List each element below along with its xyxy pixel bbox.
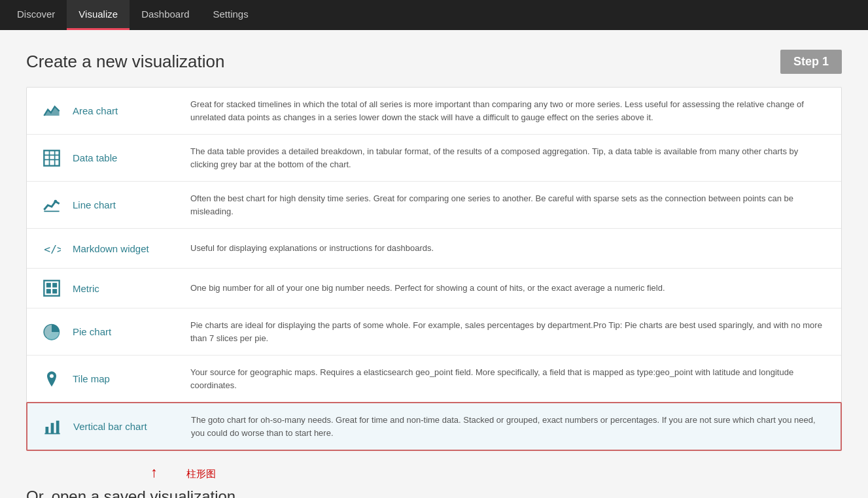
step-badge: Step 1 (780, 50, 842, 74)
pie-chart-icon (40, 323, 63, 341)
svg-rect-16 (46, 427, 49, 434)
tile-map-name: Tile map (73, 373, 190, 384)
svg-rect-12 (46, 289, 51, 293)
nav-discover[interactable]: Discover (5, 0, 67, 30)
page-title: Create a new visualization (26, 52, 225, 72)
line-chart-desc: Often the best chart for high density ti… (190, 192, 828, 218)
nav-visualize[interactable]: Visualize (67, 0, 130, 30)
annotation-area: ↑ 柱形图 (131, 464, 842, 481)
svg-rect-11 (52, 283, 57, 288)
nav-settings[interactable]: Settings (201, 0, 260, 30)
data-table-icon (40, 149, 63, 167)
svg-rect-17 (51, 423, 54, 433)
chart-item-line[interactable]: Line chart Often the best chart for high… (27, 182, 841, 229)
svg-text:</>: </> (44, 243, 61, 256)
svg-rect-13 (52, 289, 57, 293)
annotation-text: 柱形图 (186, 468, 216, 479)
annotation-arrow: ↑ (150, 464, 158, 480)
vertical-bar-chart-desc: The goto chart for oh-so-many needs. Gre… (191, 414, 827, 439)
vertical-bar-chart-name: Vertical bar chart (73, 421, 191, 432)
chart-item-data-table[interactable]: Data table The data table provides a det… (27, 135, 841, 182)
chart-item-pie[interactable]: Pie chart Pie charts are ideal for displ… (27, 308, 841, 356)
area-chart-desc: Great for stacked timelines in which the… (190, 98, 828, 124)
top-navigation: Discover Visualize Dashboard Settings (0, 0, 868, 30)
chart-type-list: Area chart Great for stacked timelines i… (26, 87, 842, 451)
metric-name: Metric (73, 283, 190, 294)
pie-chart-name: Pie chart (73, 326, 190, 337)
metric-icon (40, 279, 63, 297)
tile-map-desc: Your source for geographic maps. Require… (190, 366, 828, 391)
chart-item-markdown[interactable]: </> Markdown widget Useful for displayin… (27, 229, 841, 269)
line-chart-icon (40, 196, 63, 214)
data-table-name: Data table (73, 152, 190, 163)
chart-item-metric[interactable]: Metric One big number for all of your on… (27, 269, 841, 308)
area-chart-name: Area chart (73, 105, 190, 116)
chart-item-vertical-bar[interactable]: Vertical bar chart The goto chart for oh… (26, 402, 842, 451)
line-chart-name: Line chart (73, 199, 190, 210)
chart-item-tile-map[interactable]: Tile map Your source for geographic maps… (27, 356, 841, 403)
markdown-desc: Useful for displaying explanations or in… (190, 242, 828, 255)
svg-rect-1 (44, 150, 59, 165)
svg-point-6 (54, 199, 58, 203)
chart-item-area[interactable]: Area chart Great for stacked timelines i… (27, 88, 841, 135)
nav-dashboard[interactable]: Dashboard (130, 0, 201, 30)
markdown-icon: </> (40, 239, 63, 257)
tile-map-icon (40, 370, 63, 388)
svg-rect-10 (46, 283, 51, 288)
open-saved-title: Or, open a saved visualization (26, 488, 842, 498)
svg-rect-18 (56, 420, 60, 433)
pie-chart-desc: Pie charts are ideal for displaying the … (190, 319, 828, 344)
main-content: Create a new visualization Step 1 Area c… (0, 30, 868, 498)
svg-point-15 (50, 374, 54, 378)
metric-desc: One big number for all of your one big n… (190, 282, 828, 295)
area-chart-icon (40, 102, 63, 120)
markdown-name: Markdown widget (73, 243, 190, 254)
page-header: Create a new visualization Step 1 (26, 50, 842, 74)
data-table-desc: The data table provides a detailed break… (190, 145, 828, 171)
vertical-bar-chart-icon (41, 418, 64, 436)
